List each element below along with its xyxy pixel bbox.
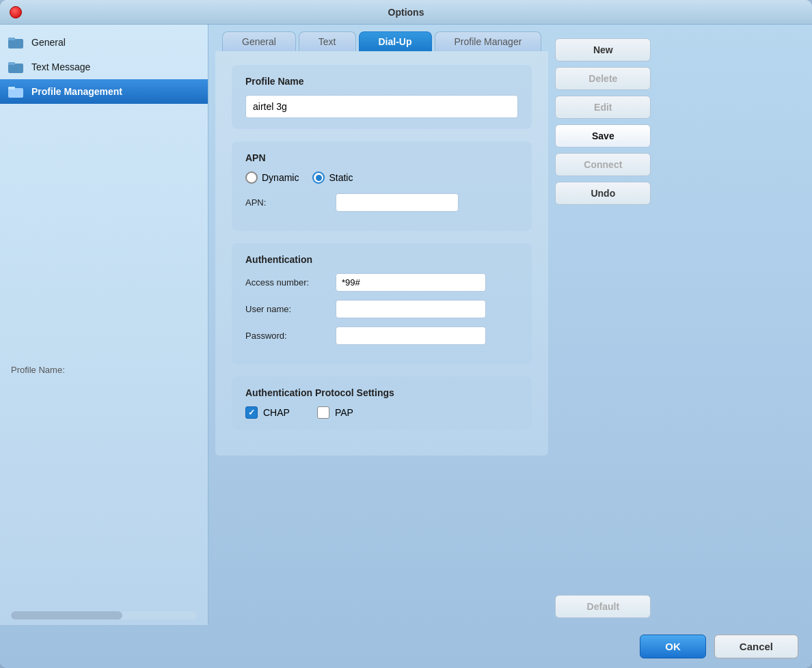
folder-icon-text: [8, 60, 25, 74]
radio-dynamic[interactable]: Dynamic: [245, 171, 299, 184]
access-number-row: Access number:: [245, 273, 518, 292]
chap-checkbox[interactable]: [245, 406, 258, 419]
delete-button[interactable]: Delete: [555, 67, 651, 90]
new-button[interactable]: New: [555, 38, 651, 61]
svg-rect-1: [8, 38, 15, 40]
access-number-label: Access number:: [245, 277, 327, 288]
svg-rect-0: [8, 39, 23, 48]
tab-dialup[interactable]: Dial-Up: [359, 31, 432, 51]
sidebar-label-text-message: Text Message: [31, 61, 90, 72]
sidebar-profile-name-label: Profile Name:: [11, 365, 65, 375]
sidebar-profile-name-area: Profile Name:: [0, 352, 208, 609]
password-input[interactable]: [336, 326, 486, 345]
sidebar: General Text Message Pro: [0, 25, 208, 625]
protocol-checkbox-group: CHAP PAP: [245, 406, 518, 419]
sidebar-scrollbar-thumb: [11, 611, 122, 620]
radio-static[interactable]: Static: [312, 171, 353, 184]
tab-profile-manager[interactable]: Profile Manager: [435, 31, 542, 51]
profile-name-section: Profile Name: [232, 65, 532, 129]
sidebar-item-general[interactable]: General: [0, 30, 208, 55]
main-content: General Text Message Pro: [0, 25, 812, 625]
tab-general[interactable]: General: [222, 31, 296, 51]
panel-and-buttons: General Text Dial-Up Profile Manager: [208, 31, 658, 625]
apn-radio-group: Dynamic Static: [245, 171, 518, 184]
password-row: Password:: [245, 326, 518, 345]
right-area: General Text Dial-Up Profile Manager: [208, 25, 664, 625]
apn-title: APN: [245, 152, 518, 163]
action-buttons: New Delete Edit Save Connect Undo Defaul…: [555, 31, 658, 625]
titlebar: Options: [0, 0, 812, 25]
password-label: Password:: [245, 331, 327, 341]
pap-label: PAP: [335, 407, 353, 418]
profile-name-input[interactable]: [245, 95, 518, 118]
save-button[interactable]: Save: [555, 124, 651, 148]
apn-label: APN:: [245, 197, 327, 208]
sidebar-item-profile-management[interactable]: Profile Management: [0, 79, 208, 104]
radio-static-label: Static: [329, 172, 353, 183]
username-row: User name:: [245, 300, 518, 318]
sidebar-label-profile-management: Profile Management: [31, 86, 122, 97]
folder-icon: [8, 36, 25, 49]
radio-dynamic-label: Dynamic: [262, 172, 299, 183]
chap-option[interactable]: CHAP: [245, 406, 290, 419]
sidebar-label-general: General: [31, 37, 66, 48]
access-number-input[interactable]: [336, 273, 486, 292]
ok-button[interactable]: OK: [640, 635, 706, 658]
window-title: Options: [388, 7, 424, 18]
cancel-button[interactable]: Cancel: [714, 635, 798, 658]
bottom-row: OK Cancel: [0, 625, 812, 668]
svg-rect-3: [8, 62, 15, 65]
authentication-section: Authentication Access number: User name:…: [232, 243, 532, 364]
content-area: Profile Name APN Dynamic: [215, 51, 548, 456]
radio-dynamic-circle: [245, 171, 258, 184]
pap-option[interactable]: PAP: [317, 406, 353, 419]
connect-button[interactable]: Connect: [555, 153, 651, 176]
sidebar-item-text-message[interactable]: Text Message: [0, 55, 208, 79]
protocol-title: Authentication Protocol Settings: [245, 387, 518, 398]
username-label: User name:: [245, 304, 327, 314]
sidebar-scrollbar[interactable]: [11, 611, 197, 620]
close-button[interactable]: [10, 6, 22, 18]
chap-label: CHAP: [263, 407, 290, 418]
username-input[interactable]: [336, 300, 486, 318]
apn-section: APN Dynamic Static: [232, 141, 532, 231]
default-button[interactable]: Default: [555, 595, 651, 618]
auth-title: Authentication: [245, 254, 518, 265]
edit-button[interactable]: Edit: [555, 96, 651, 119]
svg-rect-5: [8, 87, 15, 89]
folder-icon-profile: [8, 85, 25, 98]
apn-row: APN:: [245, 193, 518, 212]
options-window: Options General: [0, 0, 812, 668]
panel-content: General Text Dial-Up Profile Manager: [208, 31, 555, 625]
radio-static-circle: [312, 171, 325, 184]
svg-rect-4: [8, 88, 23, 98]
svg-rect-2: [8, 64, 23, 73]
protocol-section: Authentication Protocol Settings CHAP PA…: [232, 376, 532, 430]
pap-checkbox[interactable]: [317, 406, 329, 419]
profile-name-title: Profile Name: [245, 76, 518, 87]
apn-input[interactable]: [336, 193, 459, 212]
undo-button[interactable]: Undo: [555, 182, 651, 205]
tab-text[interactable]: Text: [299, 31, 356, 51]
tabs-row: General Text Dial-Up Profile Manager: [208, 31, 555, 51]
